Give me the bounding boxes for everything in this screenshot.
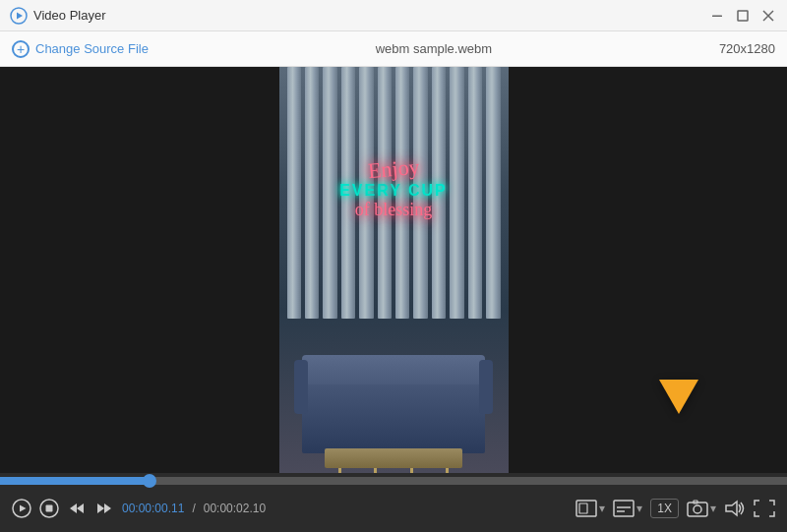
time-separator: / (192, 502, 195, 515)
neon-enjoy-text: Enjoy (367, 154, 421, 184)
aspect-ratio-button[interactable]: ▾ (575, 500, 605, 517)
svg-marker-22 (726, 502, 737, 515)
svg-rect-9 (46, 505, 53, 512)
neon-blessing-text: of blessing (302, 200, 485, 220)
arrow-indicator (659, 380, 698, 414)
volume-button[interactable] (724, 500, 746, 517)
app-icon (10, 7, 28, 25)
table-leg-2 (374, 468, 377, 473)
svg-rect-2 (712, 15, 722, 17)
svg-marker-7 (20, 505, 27, 512)
fullscreen-button[interactable] (754, 500, 775, 517)
resolution-label: 720x1280 (719, 41, 775, 56)
slat-1 (287, 67, 301, 319)
slat-12 (486, 67, 500, 319)
progress-bar[interactable] (0, 477, 787, 485)
svg-point-20 (694, 505, 701, 513)
minimize-button[interactable] (708, 7, 726, 25)
current-time: 00:00:00.11 (122, 502, 184, 515)
video-background: Enjoy EVERY CUP of blessing (279, 67, 509, 473)
skip-forward-button[interactable] (94, 499, 114, 518)
controls-bottom: 00:00:00.11 / 00:00:02.10 ▾ ▾ 1X (0, 485, 787, 532)
stop-button[interactable] (39, 499, 59, 518)
sofa-arm-left (294, 360, 308, 414)
change-source-button[interactable]: + Change Source File (12, 40, 149, 58)
rewind-button[interactable] (67, 499, 87, 518)
svg-marker-11 (77, 503, 84, 513)
svg-rect-15 (579, 503, 587, 513)
table-leg-1 (338, 468, 341, 473)
aspect-ratio-dropdown[interactable]: ▾ (599, 502, 605, 515)
neon-sign-area: Enjoy EVERY CUP of blessing (302, 156, 485, 220)
sofa-arm-right (479, 360, 493, 414)
floor-table (325, 448, 462, 468)
sofa (302, 375, 485, 453)
table-legs (338, 468, 449, 473)
subtitle-dropdown[interactable]: ▾ (636, 502, 642, 515)
svg-marker-1 (17, 12, 23, 19)
play-button[interactable] (12, 499, 31, 518)
title-bar: Video Player (0, 0, 787, 31)
svg-marker-12 (104, 503, 111, 513)
svg-rect-16 (614, 501, 634, 516)
table-leg-4 (446, 468, 449, 473)
plus-circle-icon: + (12, 40, 30, 58)
change-source-label: Change Source File (35, 41, 149, 56)
progress-thumb (143, 474, 156, 488)
video-area: Enjoy EVERY CUP of blessing (0, 67, 787, 473)
speed-button[interactable]: 1X (650, 499, 679, 518)
subtitle-button[interactable]: ▾ (613, 500, 642, 517)
progress-fill (0, 477, 150, 485)
total-time: 00:00:02.10 (204, 502, 266, 515)
screenshot-dropdown[interactable]: ▾ (710, 502, 716, 515)
sofa-back (302, 355, 485, 384)
svg-rect-3 (738, 11, 748, 21)
maximize-button[interactable] (734, 7, 752, 25)
window-controls (708, 7, 777, 25)
toolbar: + Change Source File webm sample.webm 72… (0, 31, 787, 67)
close-button[interactable] (759, 7, 777, 25)
svg-marker-13 (97, 503, 104, 513)
arrow-down-icon (659, 380, 698, 414)
table-leg-3 (410, 468, 413, 473)
svg-rect-19 (688, 502, 707, 516)
screenshot-button[interactable]: ▾ (687, 500, 716, 517)
controls-bar: 00:00:00.11 / 00:00:02.10 ▾ ▾ 1X (0, 473, 787, 532)
video-frame: Enjoy EVERY CUP of blessing (279, 67, 509, 473)
svg-marker-10 (70, 503, 77, 513)
app-title: Video Player (33, 8, 708, 23)
filename-label: webm sample.webm (149, 41, 719, 56)
neon-every-text: EVERY CUP (339, 182, 448, 199)
sofa-area (279, 319, 509, 473)
